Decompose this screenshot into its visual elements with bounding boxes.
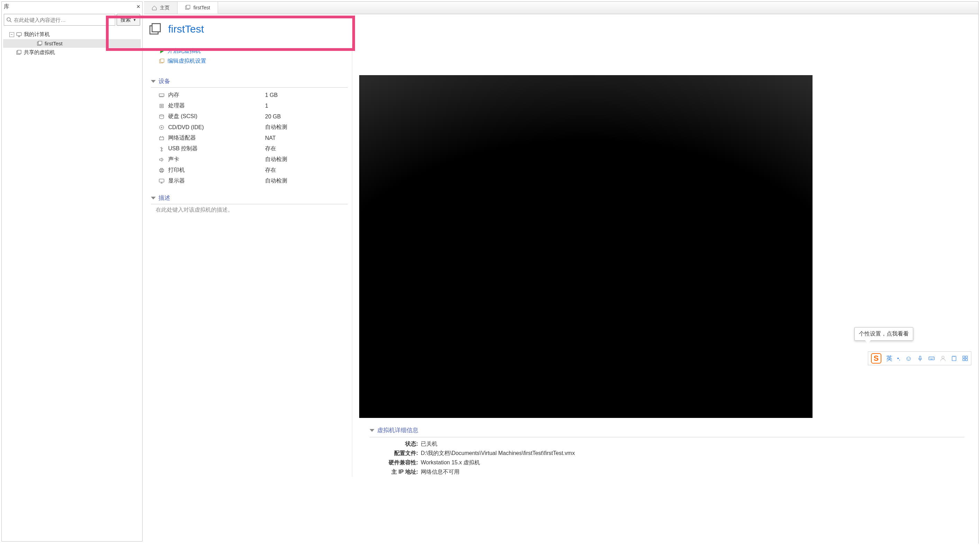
device-value: 1 (265, 103, 268, 109)
divider (151, 204, 348, 204)
tab-label: 主页 (160, 5, 170, 11)
description-placeholder[interactable]: 在此处键入对该虚拟机的描述。 (151, 206, 348, 214)
mic-icon[interactable] (917, 355, 923, 362)
preview-background (359, 75, 813, 269)
svg-rect-20 (160, 104, 163, 108)
collapse-icon[interactable]: − (10, 32, 14, 37)
svg-point-42 (931, 358, 932, 359)
svg-rect-38 (920, 356, 921, 359)
device-name: 打印机 (168, 167, 265, 174)
detail-label: 硬件兼容性: (369, 459, 418, 466)
ime-toolbar[interactable]: S 英 •, ☺ (868, 351, 971, 365)
vm-title-row: firstTest (149, 18, 978, 40)
tab-vm[interactable]: firstTest (178, 2, 218, 14)
punct-icon[interactable]: •, (897, 355, 900, 361)
device-name: 显示器 (168, 177, 265, 185)
tab-label: firstTest (193, 5, 210, 10)
action-label: 开启此虚拟机 (167, 48, 201, 55)
details-section-head[interactable]: 虚拟机详细信息 (369, 426, 964, 434)
search-icon (6, 17, 12, 22)
search-button[interactable]: 搜索 ▼ (117, 14, 140, 25)
skin-icon[interactable] (951, 355, 957, 362)
chevron-down-icon (369, 429, 374, 432)
ime-lang[interactable]: 英 (886, 354, 892, 363)
device-value: 20 GB (265, 113, 281, 120)
device-name: USB 控制器 (168, 145, 265, 152)
device-value: 自动检测 (265, 124, 287, 131)
svg-rect-47 (963, 356, 965, 358)
tree-item-label: 我的计算机 (24, 31, 50, 38)
detail-value: 已关机 (421, 440, 438, 448)
svg-point-46 (942, 356, 944, 359)
device-memory[interactable]: 内存 1 GB (158, 90, 348, 100)
tabstrip: 主页 firstTest (144, 2, 978, 14)
divider (151, 87, 348, 88)
network-icon (158, 135, 165, 141)
device-value: 存在 (265, 145, 276, 152)
device-printer[interactable]: 打印机 存在 (158, 165, 348, 175)
detail-config: 配置文件: D:\我的文档\Documents\Virtual Machines… (369, 449, 964, 458)
sogou-icon[interactable]: S (871, 353, 881, 363)
emoji-icon[interactable]: ☺ (905, 355, 912, 363)
ime-tooltip[interactable]: 个性设置，点我看看 (854, 327, 913, 341)
svg-rect-32 (159, 169, 164, 171)
tab-home[interactable]: 主页 (144, 2, 178, 14)
device-usb[interactable]: USB 控制器 存在 (158, 143, 348, 154)
svg-point-41 (930, 358, 931, 359)
detail-label: 主 IP 地址: (369, 469, 418, 476)
svg-point-0 (7, 18, 10, 21)
svg-rect-14 (161, 59, 164, 62)
power-on-action[interactable]: 开启此虚拟机 (159, 46, 348, 56)
device-value: NAT (265, 135, 276, 141)
close-icon[interactable]: × (136, 3, 140, 10)
memory-icon (158, 92, 165, 98)
devices-section-head[interactable]: 设备 (151, 77, 348, 85)
detail-value: D:\我的文档\Documents\Virtual Machines\first… (421, 450, 575, 457)
shared-icon (16, 50, 22, 56)
detail-label: 配置文件: (369, 450, 418, 457)
tree-my-computer[interactable]: − 我的计算机 (3, 30, 141, 39)
printer-icon (158, 167, 165, 173)
device-sound[interactable]: 声卡 自动检测 (158, 154, 348, 165)
device-name: 网络适配器 (168, 134, 265, 142)
device-cddvd[interactable]: CD/DVD (IDE) 自动检测 (158, 122, 348, 132)
detail-state: 状态: 已关机 (369, 440, 964, 449)
tree-shared-vms[interactable]: + 共享的虚拟机 (3, 48, 141, 57)
svg-line-31 (162, 148, 163, 149)
svg-point-28 (161, 150, 162, 151)
device-network[interactable]: 网络适配器 NAT (158, 132, 348, 143)
edit-settings-action[interactable]: 编辑虚拟机设置 (159, 56, 348, 66)
svg-point-22 (159, 115, 164, 116)
device-disk[interactable]: 硬盘 (SCSI) 20 GB (158, 111, 348, 122)
devices-table: 内存 1 GB 处理器 1 硬盘 (SCSI) 20 GB CD/DVD (ID… (151, 90, 348, 186)
tree-vm-firsttest[interactable]: firstTest (3, 39, 141, 48)
device-cpu[interactable]: 处理器 1 (158, 100, 348, 111)
svg-rect-12 (152, 24, 161, 32)
device-display[interactable]: 显示器 自动检测 (158, 175, 348, 186)
vm-title: firstTest (168, 23, 204, 35)
vm-icon (185, 5, 191, 10)
home-icon (151, 5, 157, 11)
detail-ip: 主 IP 地址: 网络信息不可用 (369, 467, 964, 477)
svg-rect-15 (159, 94, 164, 96)
device-value: 自动检测 (265, 177, 287, 185)
svg-line-30 (160, 148, 162, 148)
description-section-head[interactable]: 描述 (151, 194, 348, 202)
library-tree: − 我的计算机 firstTest + 共享的虚拟机 (2, 28, 142, 59)
svg-point-23 (159, 125, 164, 129)
usb-icon (158, 146, 165, 151)
search-box[interactable] (4, 14, 115, 25)
play-icon (159, 48, 165, 54)
toolbox-icon[interactable] (962, 355, 968, 362)
user-icon[interactable] (940, 355, 946, 362)
keyboard-icon[interactable] (928, 355, 935, 362)
device-value: 存在 (265, 167, 276, 174)
vm-preview[interactable] (359, 75, 813, 418)
tree-item-label: firstTest (45, 40, 63, 46)
search-input[interactable] (14, 17, 113, 23)
svg-rect-40 (929, 357, 934, 360)
device-name: 硬盘 (SCSI) (168, 113, 265, 120)
device-name: 内存 (168, 91, 265, 99)
chevron-down-icon: ▼ (133, 18, 136, 22)
divider (369, 437, 964, 437)
